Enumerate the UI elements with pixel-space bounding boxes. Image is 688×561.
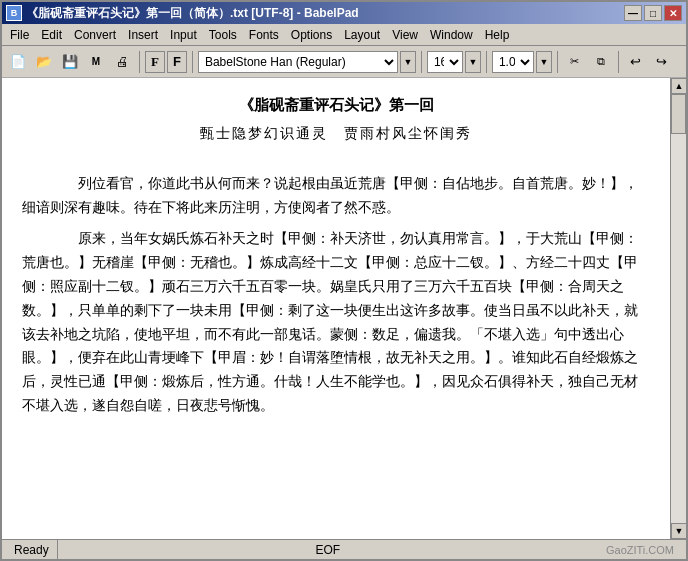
app-icon: B: [6, 5, 22, 21]
menu-window[interactable]: Window: [424, 26, 479, 44]
doc-title: 《脂砚斋重评石头记》第一回: [22, 90, 650, 120]
status-eof: EOF: [58, 540, 598, 559]
menu-insert[interactable]: Insert: [122, 26, 164, 44]
separator-5: [557, 51, 558, 73]
font-selector[interactable]: BabelStone Han (Regular): [198, 51, 398, 73]
redo-button[interactable]: ↪: [650, 50, 674, 74]
menubar: File Edit Convert Insert Input Tools Fon…: [2, 24, 686, 46]
menu-layout[interactable]: Layout: [338, 26, 386, 44]
statusbar: Ready EOF GaoZITi.COM: [2, 539, 686, 559]
font-size-selector[interactable]: 16: [427, 51, 463, 73]
title-bar-left: B 《脂砚斋重评石头记》第一回（简体）.txt [UTF-8] - BabelP…: [6, 5, 359, 22]
scroll-thumb[interactable]: [671, 94, 686, 134]
menu-options[interactable]: Options: [285, 26, 338, 44]
menu-convert[interactable]: Convert: [68, 26, 122, 44]
status-eof-text: EOF: [315, 543, 340, 557]
separator-6: [618, 51, 619, 73]
scroll-down-button[interactable]: ▼: [671, 523, 686, 539]
menu-input[interactable]: Input: [164, 26, 203, 44]
size-dropdown-arrow[interactable]: ▼: [465, 51, 481, 73]
separator-2: [192, 51, 193, 73]
menu-fonts[interactable]: Fonts: [243, 26, 285, 44]
close-button[interactable]: ✕: [664, 5, 682, 21]
maximize-button[interactable]: □: [644, 5, 662, 21]
separator-3: [421, 51, 422, 73]
menu-edit[interactable]: Edit: [35, 26, 68, 44]
font-normal-button[interactable]: F: [167, 51, 187, 73]
minimize-button[interactable]: —: [624, 5, 642, 21]
content-area: 《脂砚斋重评石头记》第一回 甄士隐梦幻识通灵 贾雨村风尘怀闺秀 列位看官，你道此…: [2, 78, 686, 539]
status-ready: Ready: [6, 540, 58, 559]
text-editor[interactable]: 《脂砚斋重评石头记》第一回 甄士隐梦幻识通灵 贾雨村风尘怀闺秀 列位看官，你道此…: [2, 78, 670, 539]
separator-4: [486, 51, 487, 73]
status-watermark-text: GaoZITi.COM: [606, 544, 674, 556]
main-window: B 《脂砚斋重评石头记》第一回（简体）.txt [UTF-8] - BabelP…: [0, 0, 688, 561]
new-button[interactable]: 📄: [6, 50, 30, 74]
doc-subtitle: 甄士隐梦幻识通灵 贾雨村风尘怀闺秀: [22, 120, 650, 148]
scroll-up-button[interactable]: ▲: [671, 78, 686, 94]
toolbar: 📄 📂 💾 M 🖨 F F BabelStone Han (Regular) ▼…: [2, 46, 686, 78]
paragraph-2: 原来，当年女娲氏炼石补天之时【甲侧：补天济世，勿认真用常言。】，于大荒山【甲侧：…: [22, 227, 650, 417]
menu-file[interactable]: File: [4, 26, 35, 44]
status-ready-text: Ready: [14, 543, 49, 557]
scroll-track[interactable]: [671, 94, 686, 523]
menu-help[interactable]: Help: [479, 26, 516, 44]
title-bar: B 《脂砚斋重评石头记》第一回（简体）.txt [UTF-8] - BabelP…: [2, 2, 686, 24]
line-spacing-selector[interactable]: 1.0: [492, 51, 534, 73]
print-button[interactable]: 🖨: [110, 50, 134, 74]
undo-button[interactable]: ↩: [624, 50, 648, 74]
menu-tools[interactable]: Tools: [203, 26, 243, 44]
paragraph-1: 列位看官，你道此书从何而来？说起根由虽近荒唐【甲侧：自佔地步。自首荒唐。妙！】，…: [22, 172, 650, 220]
window-title: 《脂砚斋重评石头记》第一回（简体）.txt [UTF-8] - BabelPad: [26, 5, 359, 22]
status-watermark: GaoZITi.COM: [598, 540, 682, 559]
font-dropdown-arrow[interactable]: ▼: [400, 51, 416, 73]
open-button[interactable]: 📂: [32, 50, 56, 74]
spacing-dropdown-arrow[interactable]: ▼: [536, 51, 552, 73]
copy-button[interactable]: ⧉: [589, 50, 613, 74]
separator-1: [139, 51, 140, 73]
save-as-button[interactable]: M: [84, 50, 108, 74]
font-bold-button[interactable]: F: [145, 51, 165, 73]
cut-button[interactable]: ✂: [563, 50, 587, 74]
scrollbar[interactable]: ▲ ▼: [670, 78, 686, 539]
menu-view[interactable]: View: [386, 26, 424, 44]
title-bar-buttons: — □ ✕: [624, 5, 682, 21]
save-button[interactable]: 💾: [58, 50, 82, 74]
